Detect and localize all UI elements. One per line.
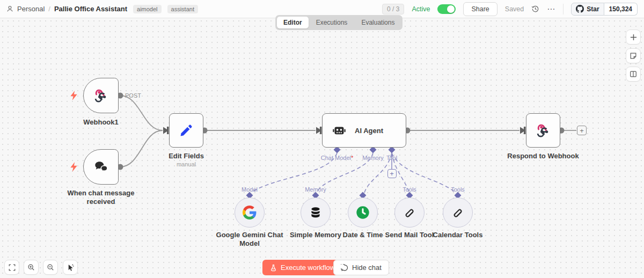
connector-label-memory: Memory: [297, 186, 334, 193]
fit-view-icon: [9, 264, 16, 271]
zoom-in-button[interactable]: [24, 260, 39, 275]
node-date-time[interactable]: [348, 197, 378, 228]
zoom-in-icon: [27, 264, 35, 271]
n8n-workflow-editor: Personal / Pallie Office Assistant aimod…: [0, 0, 644, 278]
workflow-title[interactable]: Pallie Office Assistant: [54, 5, 127, 13]
active-label: Active: [412, 5, 430, 13]
tag-assistant[interactable]: assistant: [167, 5, 198, 13]
node-label-chat-trigger: When chat message received: [58, 189, 144, 207]
more-options-button[interactable]: ⋯: [547, 4, 555, 14]
node-subtitle-edit-fields: manual: [154, 161, 218, 167]
required-marker: *: [351, 155, 353, 161]
github-star-widget: Star 150,324: [571, 3, 638, 16]
webhook-method-label: POST: [125, 92, 141, 99]
plus-icon: [630, 34, 637, 41]
tool-coil-icon: [451, 206, 465, 220]
add-node-after-respond-button[interactable]: +: [577, 126, 587, 135]
node-label-edit-fields: Edit Fields: [154, 152, 218, 160]
node-calendar-tools[interactable]: [443, 197, 473, 228]
workflow-canvas[interactable]: POST Webhook1 When chat message received…: [0, 18, 644, 278]
flask-icon: [270, 264, 277, 272]
node-edit-fields[interactable]: [169, 113, 203, 148]
trigger-bolt-icon: [70, 91, 78, 103]
tab-executions[interactable]: Executions: [310, 17, 354, 28]
toggle-knob: [447, 5, 455, 13]
connector-label-model: Model: [231, 186, 268, 193]
execution-counter-badge: 0 / 3: [382, 4, 404, 14]
tidy-up-button[interactable]: [63, 260, 78, 275]
active-toggle[interactable]: [437, 4, 456, 14]
webhook-icon: [92, 87, 109, 104]
breadcrumb-separator: /: [48, 5, 50, 13]
saved-status: Saved: [505, 5, 524, 13]
chat-bubbles-icon: [92, 158, 109, 175]
node-label-calendar-tools: Calendar Tools: [429, 231, 486, 239]
port-label-tool: Tool: [378, 155, 405, 161]
connector-label-tools: Tools: [391, 186, 428, 193]
webhook-icon: [535, 122, 552, 139]
tool-coil-icon: [402, 206, 416, 220]
pencil-icon: [178, 122, 194, 138]
node-label-webhook1: Webhook1: [69, 118, 133, 127]
node-webhook1[interactable]: [83, 78, 119, 113]
history-icon[interactable]: [531, 5, 539, 13]
toggle-panel-button[interactable]: [626, 67, 641, 82]
user-icon: [6, 5, 13, 12]
node-gemini-chat-model[interactable]: [235, 197, 265, 228]
connector-label-tools: Tools: [439, 186, 477, 193]
zoom-out-button[interactable]: [43, 260, 58, 275]
node-label-respond-webhook: Respond to Webhook: [506, 152, 581, 160]
node-simple-memory[interactable]: [301, 197, 331, 228]
fit-view-button[interactable]: [4, 260, 19, 275]
trigger-bolt-icon: [70, 162, 78, 174]
google-icon: [243, 206, 257, 220]
github-star-label: Star: [587, 5, 599, 13]
node-ai-agent[interactable]: AI Agent: [322, 113, 406, 148]
tag-aimodel[interactable]: aimodel: [133, 5, 162, 13]
add-tool-button[interactable]: +: [387, 169, 397, 178]
node-label-ai-agent: AI Agent: [355, 127, 383, 135]
add-node-button[interactable]: [626, 30, 641, 45]
tab-evaluations[interactable]: Evaluations: [355, 17, 401, 28]
cursor-icon: [67, 264, 75, 272]
node-chat-trigger[interactable]: [83, 149, 119, 185]
tab-editor[interactable]: Editor: [277, 17, 309, 28]
add-sticky-note-button[interactable]: [626, 48, 641, 63]
breadcrumb-project[interactable]: Personal: [17, 5, 45, 13]
github-icon: [576, 5, 584, 13]
node-label-gemini: Google Gemini Chat Model: [215, 231, 284, 248]
clock-icon: [355, 205, 370, 220]
zoom-out-icon: [47, 264, 54, 271]
view-tabs: Editor Executions Evaluations: [275, 15, 402, 30]
robot-icon: [331, 122, 347, 138]
split-panel-icon: [630, 70, 637, 78]
node-send-mail-tool[interactable]: [394, 197, 425, 228]
header-divider: [563, 4, 564, 14]
node-respond-webhook[interactable]: [526, 113, 560, 148]
database-icon: [309, 206, 323, 220]
note-icon: [630, 52, 637, 60]
github-star-button[interactable]: Star: [571, 3, 604, 16]
github-star-count[interactable]: 150,324: [604, 3, 638, 16]
share-button[interactable]: Share: [463, 2, 497, 16]
execute-workflow-button[interactable]: Execute workflow: [262, 260, 342, 275]
hide-chat-button[interactable]: Hide chat: [333, 260, 389, 275]
chat-icon: [341, 264, 348, 272]
